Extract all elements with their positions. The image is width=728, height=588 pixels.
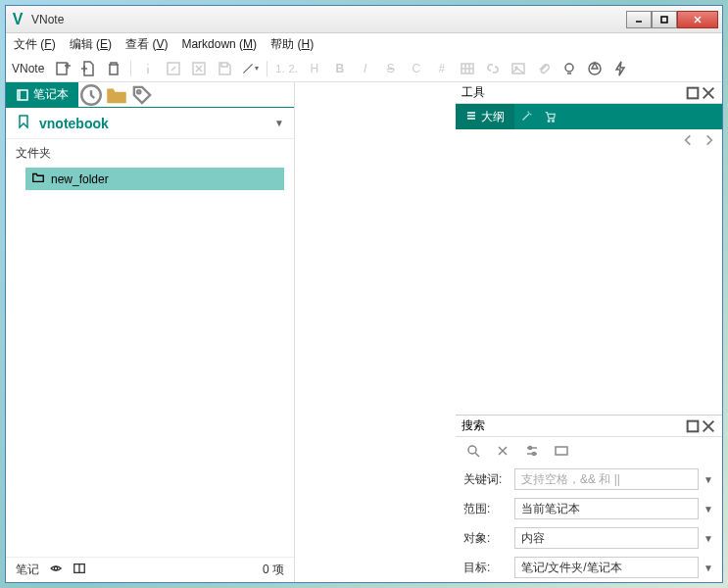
app-window: V VNote 文件 (F) 编辑 (E) 查看 (V) Markdown (M…	[5, 5, 723, 583]
keyword-row: 关键词: 支持空格，&& 和 || ▼	[456, 465, 722, 494]
menu-file[interactable]: 文件 (F)	[14, 36, 56, 53]
folder-area	[6, 194, 294, 253]
table-icon	[459, 60, 476, 77]
code-icon: C	[408, 60, 425, 77]
object-select[interactable]: 内容	[514, 527, 699, 549]
target-dropdown[interactable]: ▼	[703, 563, 714, 573]
save-icon	[216, 60, 233, 77]
wand-icon[interactable]	[514, 110, 538, 123]
svg-rect-48	[556, 447, 567, 455]
keyword-dropdown[interactable]: ▼	[703, 474, 714, 485]
trash-icon[interactable]	[105, 60, 122, 77]
svg-point-25	[137, 90, 140, 93]
toolbar: VNote ▾ 1.2. H B I S C #	[6, 55, 722, 82]
bulb-icon[interactable]	[560, 60, 578, 77]
folders-label: 文件夹	[6, 139, 294, 164]
content-area: 笔记本 vnotebook ▼ 文件夹 new_folder	[6, 82, 722, 582]
discard-icon	[190, 60, 208, 77]
close-panel-icon[interactable]	[701, 85, 716, 101]
svg-line-41	[475, 453, 479, 457]
search-title: 搜索	[461, 417, 685, 434]
pen-icon[interactable]: ▾	[241, 60, 259, 77]
menu-markdown[interactable]: Markdown (M)	[181, 37, 257, 51]
search-header: 搜索	[456, 416, 722, 437]
attach-icon	[535, 60, 553, 77]
svg-rect-37	[688, 420, 699, 431]
console-icon[interactable]	[554, 443, 569, 459]
tools-header: 工具	[456, 82, 722, 104]
sidebar-tabs: 笔记本	[6, 82, 294, 108]
minimize-button[interactable]	[626, 11, 652, 28]
heading-icon: H	[306, 60, 323, 77]
info-icon	[139, 60, 157, 77]
keyword-input[interactable]: 支持空格，&& 和 ||	[514, 468, 699, 490]
object-label: 对象:	[463, 530, 510, 547]
clear-icon[interactable]	[495, 443, 510, 459]
scope-select[interactable]: 当前笔记本	[514, 498, 699, 519]
settings-icon[interactable]	[524, 443, 540, 459]
scope-row: 范围: 当前笔记本 ▼	[456, 494, 722, 523]
chevron-down-icon: ▼	[274, 118, 284, 128]
maximize-button[interactable]	[652, 11, 677, 28]
italic-icon: I	[357, 60, 374, 77]
svg-rect-1	[661, 17, 667, 23]
menu-view[interactable]: 查看 (V)	[125, 36, 168, 53]
notes-count: 0 项	[263, 562, 284, 578]
eye-icon[interactable]	[49, 562, 63, 578]
split-icon[interactable]	[73, 562, 86, 578]
tab-history-icon[interactable]	[78, 82, 104, 107]
search-toolbar	[456, 437, 722, 465]
close-search-icon[interactable]	[701, 418, 716, 434]
app-title: VNote	[31, 13, 626, 26]
tab-notebook[interactable]: 笔记本	[6, 82, 78, 107]
outline-icon	[465, 110, 477, 124]
left-panel: 笔记本 vnotebook ▼ 文件夹 new_folder	[6, 82, 295, 582]
toolbar-label: VNote	[12, 62, 44, 75]
tab-outline[interactable]: 大纲	[456, 104, 514, 129]
close-button[interactable]	[677, 11, 718, 28]
object-row: 对象: 内容 ▼	[456, 523, 722, 553]
svg-point-26	[54, 566, 58, 570]
search-panel: 搜索 关键词: 支持空格，&& 和 || ▼ 范围: 当前笔	[456, 415, 722, 582]
svg-point-36	[553, 121, 555, 122]
undock-icon[interactable]	[685, 85, 701, 101]
tab-tag-icon[interactable]	[129, 82, 155, 107]
right-panel: 工具 大纲 搜索	[456, 82, 722, 582]
edit-icon	[165, 60, 182, 77]
object-dropdown[interactable]: ▼	[703, 533, 714, 544]
tab-explorer-icon[interactable]	[104, 82, 129, 107]
notes-header: 笔记 0 项	[6, 557, 294, 582]
scope-dropdown[interactable]: ▼	[703, 504, 714, 514]
new-file-icon[interactable]	[79, 60, 97, 77]
aperture-icon[interactable]	[586, 60, 604, 77]
scope-label: 范围:	[463, 501, 510, 517]
bookmark-icon	[16, 114, 31, 132]
notebook-icon	[16, 88, 29, 102]
image-icon	[510, 60, 527, 77]
folder-tree: new_folder	[6, 164, 294, 194]
chevron-right-icon[interactable]	[703, 133, 716, 151]
menu-edit[interactable]: 编辑 (E)	[70, 36, 112, 53]
titlebar: V VNote	[6, 6, 722, 33]
target-select[interactable]: 笔记/文件夹/笔记本	[514, 557, 699, 578]
flash-icon[interactable]	[611, 60, 629, 77]
separator	[267, 61, 267, 76]
target-label: 目标:	[463, 560, 510, 576]
notebook-selector[interactable]: vnotebook ▼	[6, 108, 294, 139]
window-controls	[626, 11, 718, 28]
chevron-left-icon[interactable]	[681, 133, 695, 151]
tree-item[interactable]: new_folder	[16, 168, 284, 190]
menu-help[interactable]: 帮助 (H)	[270, 36, 314, 53]
tools-title: 工具	[461, 84, 685, 101]
cart-icon[interactable]	[538, 110, 561, 123]
search-icon[interactable]	[465, 443, 481, 459]
svg-point-35	[548, 121, 550, 122]
undock-search-icon[interactable]	[685, 418, 701, 434]
tab-notebook-label: 笔记本	[33, 86, 69, 103]
folder-name: new_folder	[51, 172, 109, 186]
svg-rect-29	[688, 87, 699, 98]
folder-icon	[31, 171, 45, 187]
svg-point-40	[468, 446, 476, 454]
new-note-icon[interactable]	[54, 60, 72, 77]
separator	[130, 61, 131, 76]
